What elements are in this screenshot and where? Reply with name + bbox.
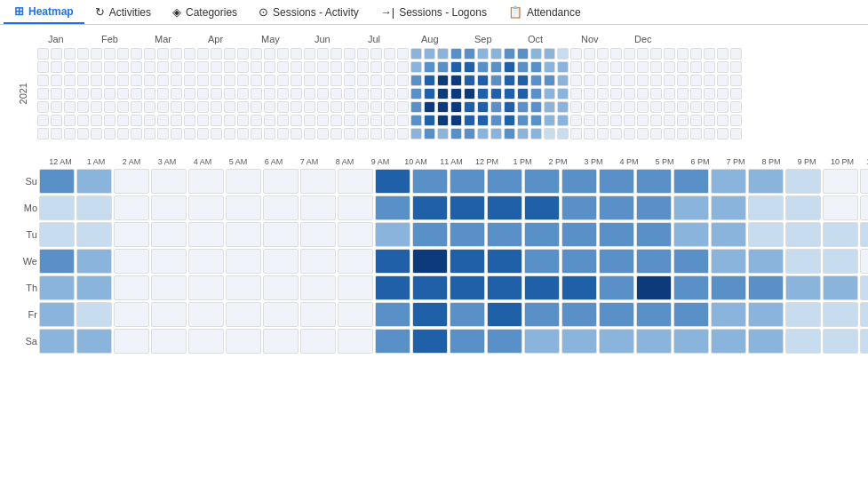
calendar-cell xyxy=(370,128,382,139)
calendar-cell xyxy=(211,101,222,113)
nav-item-heatmap[interactable]: ⊞ Heatmap xyxy=(4,0,84,24)
calendar-cell xyxy=(64,128,76,139)
calendar-cell xyxy=(557,101,569,113)
time-cell xyxy=(561,249,597,274)
time-cell xyxy=(487,302,522,327)
time-label-2: 2 AM xyxy=(114,157,149,166)
calendar-cell xyxy=(517,75,529,86)
calendar-cell xyxy=(344,115,355,126)
calendar-cell xyxy=(370,75,382,86)
time-cell xyxy=(263,222,299,247)
time-cell xyxy=(412,275,448,300)
time-cell xyxy=(412,169,448,194)
calendar-cell xyxy=(330,88,342,100)
month-label-mar: Mar xyxy=(155,34,208,44)
calendar-cell xyxy=(171,48,182,60)
nav-item-attendance[interactable]: 📋 Attendance xyxy=(498,0,592,24)
time-cell xyxy=(524,329,560,354)
calendar-cell xyxy=(504,48,515,60)
time-cell xyxy=(673,195,709,220)
time-cell xyxy=(151,249,187,274)
time-cell xyxy=(300,222,336,247)
time-cell xyxy=(338,302,373,327)
calendar-cell xyxy=(37,115,49,126)
calendar-cell xyxy=(184,115,195,126)
nav-item-categories[interactable]: ◈ Categories xyxy=(162,0,248,24)
calendar-cell xyxy=(37,101,49,113)
calendar-cell xyxy=(397,61,409,73)
calendar-cell xyxy=(77,128,89,139)
categories-icon: ◈ xyxy=(172,5,181,19)
time-cell xyxy=(860,249,868,274)
nav-label-sessions-logons: Sessions - Logons xyxy=(399,6,487,19)
time-cell xyxy=(748,249,784,274)
nav-item-sessions-logons[interactable]: →| Sessions - Logons xyxy=(370,0,498,24)
calendar-cell xyxy=(584,75,595,86)
calendar-cell xyxy=(224,128,235,139)
calendar-cell xyxy=(557,48,569,60)
calendar-cell xyxy=(384,101,395,113)
calendar-cell xyxy=(64,48,76,60)
calendar-cell xyxy=(184,48,195,60)
time-cell xyxy=(487,329,522,354)
time-cell xyxy=(785,302,821,327)
time-cell xyxy=(711,329,746,354)
time-cell xyxy=(561,275,597,300)
calendar-cell xyxy=(584,61,595,73)
time-cell xyxy=(263,249,299,274)
calendar-cell xyxy=(384,88,395,100)
calendar-cell xyxy=(77,48,89,60)
calendar-cell xyxy=(490,115,502,126)
calendar-cell xyxy=(277,88,289,100)
calendar-cell xyxy=(610,75,622,86)
time-cell xyxy=(76,169,112,194)
time-label-23: 11 PM xyxy=(860,157,868,166)
calendar-cell xyxy=(650,75,662,86)
calendar-cell xyxy=(557,75,569,86)
calendar-cell xyxy=(704,128,715,139)
nav-item-sessions-activity[interactable]: ⊙ Sessions - Activity xyxy=(248,0,370,24)
calendar-cell xyxy=(251,128,262,139)
heatmap-icon: ⊞ xyxy=(14,4,24,18)
time-cell xyxy=(785,195,821,220)
calendar-cell xyxy=(91,75,102,86)
calendar-cell xyxy=(264,101,275,113)
calendar-cell xyxy=(570,128,582,139)
calendar-cell xyxy=(197,88,209,100)
calendar-cell xyxy=(184,128,195,139)
calendar-cell xyxy=(650,48,662,60)
time-cell xyxy=(450,302,485,327)
day-label-sa: Sa xyxy=(18,336,37,347)
time-cell xyxy=(300,169,336,194)
calendar-cell xyxy=(450,48,462,60)
time-cell xyxy=(524,169,560,194)
calendar-cell xyxy=(677,128,689,139)
calendar-cell xyxy=(530,128,542,139)
attendance-icon: 📋 xyxy=(508,5,522,19)
calendar-cell xyxy=(637,128,649,139)
nav-item-activities[interactable]: ↻ Activities xyxy=(84,0,162,24)
nav-label-categories: Categories xyxy=(186,6,237,19)
time-cell xyxy=(39,249,75,274)
calendar-cell xyxy=(450,101,462,113)
time-cell xyxy=(76,249,112,274)
time-cell xyxy=(561,329,597,354)
calendar-cell xyxy=(171,61,182,73)
calendar-cell xyxy=(77,75,89,86)
time-cell xyxy=(151,195,187,220)
time-cell xyxy=(823,275,858,300)
time-cell xyxy=(823,329,858,354)
time-cell xyxy=(599,169,634,194)
time-cell xyxy=(823,169,858,194)
calendar-cell xyxy=(557,115,569,126)
calendar-cell xyxy=(237,115,249,126)
calendar-cell xyxy=(144,48,155,60)
calendar-cell xyxy=(677,88,689,100)
time-cell xyxy=(39,169,75,194)
time-cell xyxy=(524,275,560,300)
day-label-we: We xyxy=(18,256,37,267)
calendar-cell xyxy=(464,115,475,126)
calendar-cell xyxy=(91,115,102,126)
calendar-cell xyxy=(490,75,502,86)
calendar-cell xyxy=(144,128,155,139)
